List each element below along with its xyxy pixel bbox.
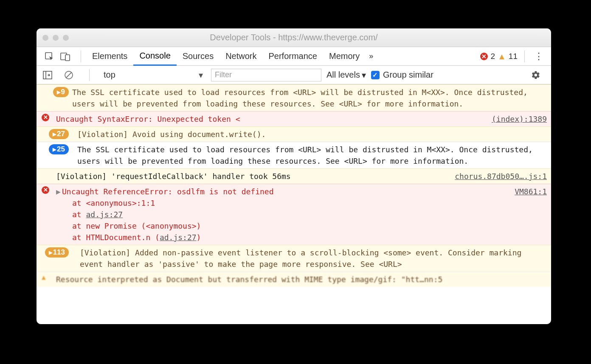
console-row[interactable]: ✕ Uncaught SyntaxError: Unexpected token…: [37, 111, 551, 126]
tab-elements[interactable]: Elements: [86, 47, 133, 66]
traffic-lights: [42, 35, 69, 41]
group-count-pill[interactable]: ▶27: [49, 129, 69, 139]
expand-icon[interactable]: ▶: [56, 186, 62, 197]
filter-input[interactable]: [211, 69, 321, 81]
message-text: [Violation] Avoid using document.write()…: [72, 129, 547, 140]
titlebar: Developer Tools - https://www.theverge.c…: [37, 28, 551, 47]
console-row[interactable]: [Violation] 'requestIdleCallback' handle…: [37, 168, 551, 184]
source-link[interactable]: VM861:1: [509, 186, 547, 197]
group-count-pill[interactable]: ▶9: [53, 87, 69, 97]
error-icon: ✕: [42, 186, 49, 194]
console-output: ▶9 The SSL certificate used to load reso…: [37, 84, 551, 324]
levels-label: All levels: [326, 70, 360, 80]
settings-menu-button[interactable]: ⋮: [530, 51, 548, 62]
message-text: [Violation] 'requestIdleCallback' handle…: [56, 171, 450, 182]
divider: [89, 69, 90, 81]
expand-icon: ▶: [53, 146, 56, 153]
clear-console-icon[interactable]: [63, 69, 75, 81]
console-row[interactable]: ✕ ▶Uncaught ReferenceError: osdlfm is no…: [37, 184, 551, 245]
log-levels-select[interactable]: All levels ▾: [326, 70, 366, 80]
tab-sources[interactable]: Sources: [177, 47, 220, 66]
devtools-window: Developer Tools - https://www.theverge.c…: [37, 28, 551, 324]
console-row[interactable]: ▶25 The SSL certificate used to load res…: [37, 142, 551, 168]
console-row[interactable]: ▶27 [Violation] Avoid using document.wri…: [37, 126, 551, 142]
close-window-button[interactable]: [42, 35, 48, 41]
context-value: top: [104, 70, 115, 79]
message-text: [Violation] Added non-passive event list…: [72, 247, 547, 270]
execution-context-select[interactable]: top ▾: [100, 69, 206, 81]
error-icon: ✕: [480, 53, 488, 60]
source-link[interactable]: ad.js:27: [160, 233, 197, 242]
warning-icon: ▲: [42, 274, 46, 281]
source-link[interactable]: chorus.87db050….js:1: [450, 171, 547, 182]
stack-frame: at ad.js:27: [56, 209, 509, 220]
zoom-window-button[interactable]: [63, 35, 69, 41]
error-icon: ✕: [42, 114, 49, 121]
message-text: Resource interpreted as Document but tra…: [56, 274, 547, 285]
warning-count: 11: [509, 52, 518, 61]
error-count: 2: [490, 52, 495, 61]
divider: [81, 50, 81, 62]
chevron-down-icon: ▾: [199, 70, 203, 80]
tab-memory[interactable]: Memory: [323, 47, 366, 66]
group-similar-checkbox[interactable]: ✓: [371, 71, 380, 79]
console-toolbar: top ▾ All levels ▾ ✓ Group similar: [37, 66, 551, 84]
console-settings-icon[interactable]: [530, 69, 542, 81]
divider: [524, 50, 525, 62]
tab-network[interactable]: Network: [220, 47, 262, 66]
group-count-pill[interactable]: ▶113: [45, 247, 69, 258]
message-text: The SSL certificate used to load resourc…: [72, 144, 547, 167]
message-text: The SSL certificate used to load resourc…: [72, 87, 547, 109]
inspect-element-icon[interactable]: [43, 50, 55, 62]
stack-frame: at <anonymous>:1:1: [56, 197, 509, 209]
expand-icon: ▶: [49, 249, 52, 256]
message-text: Uncaught SyntaxError: Unexpected token <: [56, 113, 487, 125]
stack-frame: at new Promise (<anonymous>): [56, 220, 509, 232]
tab-performance[interactable]: Performance: [263, 47, 324, 66]
tabbar: Elements Console Sources Network Perform…: [37, 47, 551, 66]
tabs-overflow-button[interactable]: »: [366, 52, 377, 61]
show-console-sidebar-icon[interactable]: [42, 69, 53, 81]
source-link[interactable]: ad.js:27: [86, 210, 123, 219]
minimize-window-button[interactable]: [53, 35, 59, 41]
console-row[interactable]: ▶9 The SSL certificate used to load reso…: [37, 84, 551, 111]
stack-frame: at HTMLDocument.n (ad.js:27): [56, 232, 509, 243]
chevron-down-icon: ▾: [362, 70, 366, 80]
source-link[interactable]: (index):1389: [487, 113, 547, 125]
device-toolbar-icon[interactable]: [59, 50, 71, 62]
message-text: Uncaught ReferenceError: osdlfm is not d…: [62, 187, 274, 196]
tab-console[interactable]: Console: [133, 47, 176, 66]
expand-icon: ▶: [57, 89, 60, 96]
group-count-pill[interactable]: ▶25: [49, 144, 69, 154]
warning-icon: ▲: [498, 52, 506, 61]
issue-counts[interactable]: ✕ 2 ▲ 11: [480, 52, 518, 61]
expand-icon: ▶: [53, 131, 56, 138]
window-title: Developer Tools - https://www.theverge.c…: [37, 33, 551, 42]
svg-line-6: [66, 72, 72, 78]
svg-rect-2: [65, 55, 70, 61]
console-row: ▲ Resource interpreted as Document but t…: [37, 272, 551, 287]
group-similar-label: Group similar: [383, 70, 433, 80]
console-row[interactable]: ▶113 [Violation] Added non-passive event…: [37, 245, 551, 272]
